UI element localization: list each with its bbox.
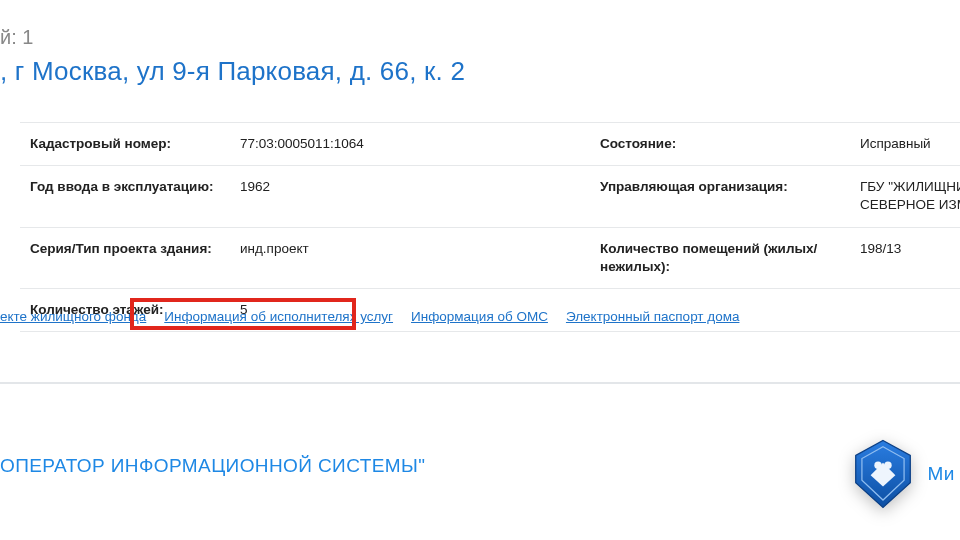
link-oms-info[interactable]: Информация об ОМС	[411, 309, 548, 324]
footer-separator	[0, 382, 960, 384]
detail-links-row: екте жилищного фонда Информация об испол…	[0, 306, 960, 324]
footer-badge-group: Ми	[852, 438, 955, 510]
prop-label-cadastral: Кадастровый номер:	[20, 123, 230, 165]
prop-value-cadastral: 77:03:0005011:1064	[230, 123, 590, 165]
building-address: , г Москва, ул 9-я Парковая, д. 66, к. 2	[0, 56, 960, 87]
footer-operator-label: ОПЕРАТОР ИНФОРМАЦИОННОЙ СИСТЕМЫ"	[0, 455, 425, 477]
link-epassport[interactable]: Электронный паспорт дома	[566, 309, 740, 324]
link-housing-object[interactable]: екте жилищного фонда	[0, 309, 146, 324]
properties-table: Кадастровый номер: 77:03:0005011:1064 Со…	[20, 122, 960, 332]
prop-label-rooms: Количество помещений (жилых/нежилых):	[590, 228, 850, 288]
prop-label-year: Год ввода в эксплуатацию:	[20, 166, 230, 226]
prop-label-condition: Состояние:	[590, 123, 850, 165]
svg-rect-4	[880, 473, 885, 484]
link-service-providers[interactable]: Информация об исполнителях услуг	[164, 309, 393, 324]
footer-bar: ОПЕРАТОР ИНФОРМАЦИОННОЙ СИСТЕМЫ"	[0, 455, 960, 477]
result-count-fragment: й: 1	[0, 26, 33, 49]
footer-badge-label-fragment: Ми	[928, 463, 955, 485]
prop-value-condition: Исправный	[850, 123, 960, 165]
emblem-shield-icon	[852, 438, 914, 510]
prop-value-rooms: 198/13	[850, 228, 960, 288]
prop-value-year: 1962	[230, 166, 590, 226]
prop-label-series: Серия/Тип проекта здания:	[20, 228, 230, 288]
prop-label-management: Управляющая организация:	[590, 166, 850, 226]
prop-value-management: ГБУ "ЖИЛИЩНИК РАЙОНА СЕВЕРНОЕ ИЗМАЙЛОВО"	[850, 166, 960, 226]
prop-value-series: инд.проект	[230, 228, 590, 288]
